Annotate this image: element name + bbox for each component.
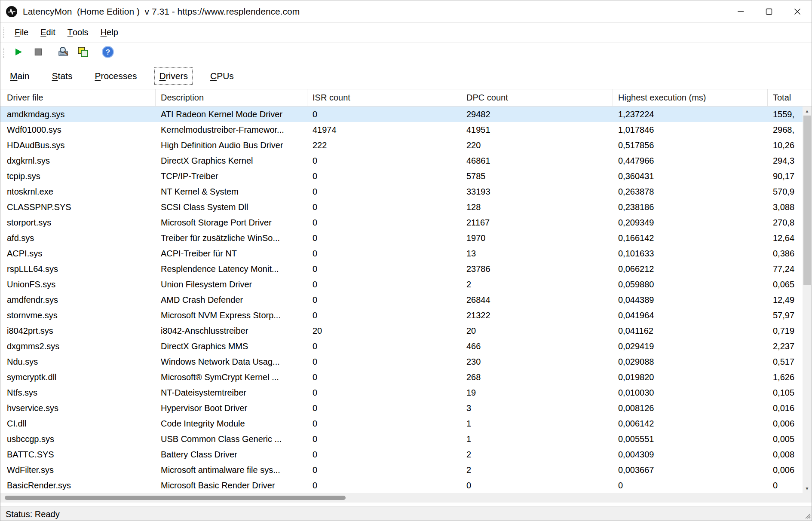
table-cell: 3,088 bbox=[768, 199, 803, 215]
table-cell: 220 bbox=[461, 137, 613, 153]
table-cell: High Definition Audio Bus Driver bbox=[156, 137, 307, 153]
table-row[interactable]: afd.sysTreiber für zusätzliche WinSo...0… bbox=[0, 230, 803, 246]
table-row[interactable]: hvservice.sysHypervisor Boot Driver030,0… bbox=[0, 400, 803, 416]
copy-screen-button[interactable] bbox=[73, 44, 93, 61]
table-cell: 0,209349 bbox=[613, 215, 768, 230]
table-cell: Wdf01000.sys bbox=[0, 122, 156, 137]
table-row[interactable]: BasicRender.sysMicrosoft Basic Render Dr… bbox=[0, 478, 803, 493]
stop-monitor-button[interactable] bbox=[28, 44, 48, 61]
column-header[interactable]: Highest execution (ms) bbox=[613, 89, 768, 106]
table-cell: 12,49 bbox=[768, 292, 803, 308]
tab-bar: MainStatsProcessesDriversCPUs bbox=[0, 63, 812, 89]
status-text: Status: Ready bbox=[6, 509, 60, 519]
start-monitor-button[interactable] bbox=[9, 44, 28, 61]
table-row[interactable]: storport.sysMicrosoft Storage Port Drive… bbox=[0, 215, 803, 230]
table-cell: rspLLL64.sys bbox=[0, 261, 156, 277]
tab-drivers[interactable]: Drivers bbox=[155, 68, 192, 84]
vertical-scrollbar-track[interactable] bbox=[803, 116, 812, 484]
table-cell: 29482 bbox=[461, 107, 613, 122]
table-row[interactable]: ntoskrnl.exeNT Kernel & System0331930,26… bbox=[0, 184, 803, 199]
table-cell: 21167 bbox=[461, 215, 613, 230]
menu-item-file[interactable]: File bbox=[9, 23, 34, 42]
vertical-scrollbar-thumb[interactable] bbox=[803, 116, 811, 285]
table-cell: 0,105 bbox=[768, 385, 803, 400]
column-header[interactable]: Driver file bbox=[0, 89, 156, 106]
table-cell: i8042prt.sys bbox=[0, 323, 156, 338]
table-row[interactable]: Wdf01000.sysKernelmodustreiber-Framewor.… bbox=[0, 122, 803, 137]
table-row[interactable]: symcryptk.dllMicrosoft® SymCrypt Kernel … bbox=[0, 369, 803, 385]
menu-items: FileEditToolsHelp bbox=[9, 23, 124, 42]
table-cell: 570,9 bbox=[768, 184, 803, 199]
scroll-up-icon[interactable]: ▲ bbox=[803, 107, 812, 116]
table-cell: stornvme.sys bbox=[0, 308, 156, 323]
table-cell: 0 bbox=[307, 478, 461, 493]
menu-item-help[interactable]: Help bbox=[95, 23, 124, 42]
table-row[interactable]: dxgmms2.sysDirectX Graphics MMS04660,029… bbox=[0, 338, 803, 354]
menu-item-tools[interactable]: Tools bbox=[61, 23, 95, 42]
table-row[interactable]: UnionFS.sysUnion Filesystem Driver020,05… bbox=[0, 277, 803, 292]
table-cell: UnionFS.sys bbox=[0, 277, 156, 292]
table-cell: 0 bbox=[307, 308, 461, 323]
table-row[interactable]: BATTC.SYSBattery Class Driver020,0043090… bbox=[0, 447, 803, 462]
window-title: LatencyMon (Home Edition ) v 7.31 - http… bbox=[23, 6, 300, 17]
close-button[interactable] bbox=[783, 0, 812, 22]
menu-item-edit[interactable]: Edit bbox=[34, 23, 61, 42]
table-cell: 2,237 bbox=[768, 338, 803, 354]
table-cell: DirectX Graphics Kernel bbox=[156, 153, 307, 168]
maximize-button[interactable] bbox=[755, 0, 783, 22]
table-cell: BATTC.SYS bbox=[0, 447, 156, 462]
table-cell: 33193 bbox=[461, 184, 613, 199]
spacer bbox=[0, 503, 812, 506]
column-header[interactable]: Total bbox=[768, 89, 812, 106]
svg-text:?: ? bbox=[106, 48, 110, 56]
tab-main[interactable]: Main bbox=[6, 68, 34, 84]
table-cell: 12,64 bbox=[768, 230, 803, 246]
table-cell: 0 bbox=[307, 184, 461, 199]
vertical-scrollbar[interactable]: ▲ ▼ bbox=[803, 107, 812, 493]
minimize-button[interactable] bbox=[726, 0, 755, 22]
table-row[interactable]: Ntfs.sysNT-Dateisystemtreiber0190,010030… bbox=[0, 385, 803, 400]
table-cell: 0,238186 bbox=[613, 199, 768, 215]
help-icon: ? bbox=[101, 46, 114, 60]
table-cell: 0,517856 bbox=[613, 137, 768, 153]
table-row[interactable]: ACPI.sysACPI-Treiber für NT0130,1016330,… bbox=[0, 246, 803, 261]
table-cell: amdfendr.sys bbox=[0, 292, 156, 308]
table-cell: DirectX Graphics MMS bbox=[156, 338, 307, 354]
table-row[interactable]: rspLLL64.sysResplendence Latency Monit..… bbox=[0, 261, 803, 277]
table-row[interactable]: stornvme.sysMicrosoft NVM Express Storp.… bbox=[0, 308, 803, 323]
table-cell: 0 bbox=[307, 168, 461, 184]
table-cell: Ntfs.sys bbox=[0, 385, 156, 400]
table-cell: 0,041964 bbox=[613, 308, 768, 323]
tab-processes[interactable]: Processes bbox=[90, 68, 141, 84]
tab-stats[interactable]: Stats bbox=[48, 68, 77, 84]
table-row[interactable]: amdfendr.sysAMD Crash Defender0268440,04… bbox=[0, 292, 803, 308]
column-header[interactable]: Description bbox=[156, 89, 307, 106]
column-header[interactable]: ISR count bbox=[307, 89, 461, 106]
table-cell: Microsoft NVM Express Storp... bbox=[156, 308, 307, 323]
help-button[interactable]: ? bbox=[98, 44, 118, 61]
table-cell: 0,059880 bbox=[613, 277, 768, 292]
table-row[interactable]: CI.dllCode Integrity Module010,0061420,0… bbox=[0, 416, 803, 431]
table-row[interactable]: CLASSPNP.SYSSCSI Class System Dll01280,2… bbox=[0, 199, 803, 215]
horizontal-scrollbar-thumb[interactable] bbox=[5, 496, 346, 500]
table-row[interactable]: usbccgp.sysUSB Common Class Generic ...0… bbox=[0, 431, 803, 447]
table-row[interactable]: dxgkrnl.sysDirectX Graphics Kernel046861… bbox=[0, 153, 803, 168]
table-row[interactable]: tcpip.sysTCP/IP-Treiber057850,36043190,1… bbox=[0, 168, 803, 184]
scroll-down-icon[interactable]: ▼ bbox=[803, 484, 812, 493]
table-row[interactable]: i8042prt.sysi8042-Anschlusstreiber20200,… bbox=[0, 323, 803, 338]
table-cell: ACPI-Treiber für NT bbox=[156, 246, 307, 261]
table-cell: 1,017846 bbox=[613, 122, 768, 137]
table-cell: 2 bbox=[461, 462, 613, 478]
table-cell: 20 bbox=[461, 323, 613, 338]
column-header[interactable]: DPC count bbox=[461, 89, 613, 106]
table-row[interactable]: HDAudBus.sysHigh Definition Audio Bus Dr… bbox=[0, 137, 803, 153]
table-cell: AMD Crash Defender bbox=[156, 292, 307, 308]
table-row[interactable]: WdFilter.sysMicrosoft antimalware file s… bbox=[0, 462, 803, 478]
analyze-report-button[interactable] bbox=[53, 44, 73, 61]
table-cell: TCP/IP-Treiber bbox=[156, 168, 307, 184]
tab-cpus[interactable]: CPUs bbox=[206, 68, 238, 84]
resize-grip-icon[interactable] bbox=[803, 511, 811, 521]
table-row[interactable]: Ndu.sysWindows Network Data Usag...02300… bbox=[0, 354, 803, 369]
table-row[interactable]: amdkmdag.sysATI Radeon Kernel Mode Drive… bbox=[0, 107, 803, 122]
horizontal-scrollbar[interactable] bbox=[0, 493, 812, 503]
